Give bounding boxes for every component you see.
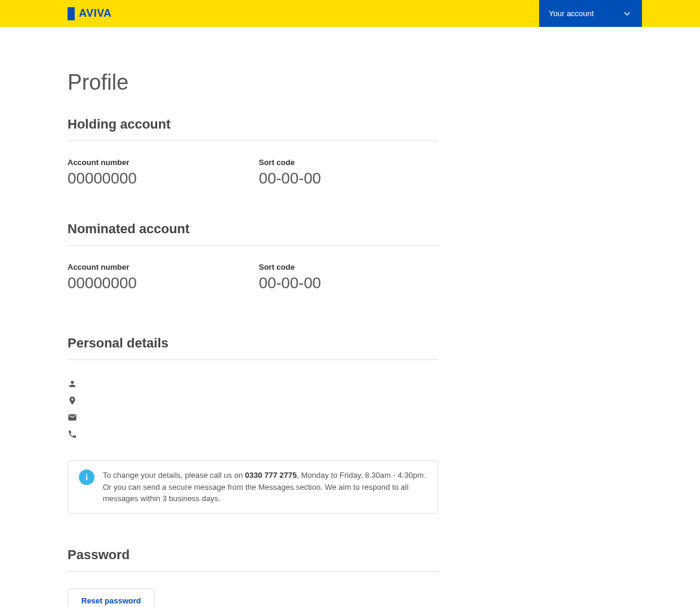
info-text: To change your details, please call us o… — [103, 469, 427, 505]
page-title: Profile — [68, 70, 438, 95]
info-phone: 0330 777 2775 — [245, 471, 297, 480]
nominated-account-number-block: Account number 00000000 — [68, 263, 163, 292]
logo-text: AVIVA — [79, 7, 112, 20]
location-icon — [68, 396, 77, 408]
nominated-sort-code-block: Sort code 00-00-00 — [259, 263, 354, 292]
nominated-account-row: Account number 00000000 Sort code 00-00-… — [68, 263, 438, 292]
info-prefix: To change your details, please call us o… — [103, 471, 245, 480]
email-icon — [68, 413, 77, 425]
info-icon: i — [79, 469, 94, 485]
divider — [68, 359, 438, 360]
divider — [68, 141, 438, 141]
nominated-account-number: 00000000 — [68, 274, 163, 292]
field-label: Sort code — [259, 263, 354, 272]
holding-sort-code: 00-00-00 — [259, 169, 354, 188]
logo-mark-icon — [68, 7, 77, 20]
app-header: AVIVA Your account — [0, 0, 700, 27]
nominated-sort-code: 00-00-00 — [259, 274, 354, 292]
divider — [68, 571, 438, 572]
info-box: i To change your details, please call us… — [68, 460, 438, 514]
field-label: Account number — [68, 263, 163, 272]
reset-password-button[interactable]: Reset password — [68, 588, 155, 608]
holding-account-number-block: Account number 00000000 — [68, 158, 163, 188]
field-label: Account number — [68, 158, 163, 167]
divider — [68, 245, 438, 246]
detail-phone-row — [68, 427, 438, 444]
holding-account-row: Account number 00000000 Sort code 00-00-… — [68, 158, 438, 188]
personal-details-list — [68, 377, 438, 444]
section-personal-title: Personal details — [68, 335, 438, 351]
holding-sort-code-block: Sort code 00-00-00 — [259, 158, 354, 188]
detail-name-row — [68, 377, 438, 394]
account-dropdown-label: Your account — [549, 9, 594, 18]
detail-email-row — [68, 410, 438, 427]
holding-account-number: 00000000 — [68, 169, 163, 188]
main-content: Profile Holding account Account number 0… — [68, 27, 438, 607]
section-nominated-title: Nominated account — [68, 221, 438, 237]
person-icon — [68, 379, 77, 391]
phone-icon — [68, 429, 77, 441]
detail-address-row — [68, 394, 438, 410]
logo[interactable]: AVIVA — [68, 7, 112, 20]
section-holding-title: Holding account — [68, 117, 438, 132]
account-dropdown[interactable]: Your account — [539, 0, 642, 27]
chevron-down-icon — [624, 11, 630, 17]
section-password-title: Password — [68, 547, 438, 563]
field-label: Sort code — [259, 158, 354, 167]
